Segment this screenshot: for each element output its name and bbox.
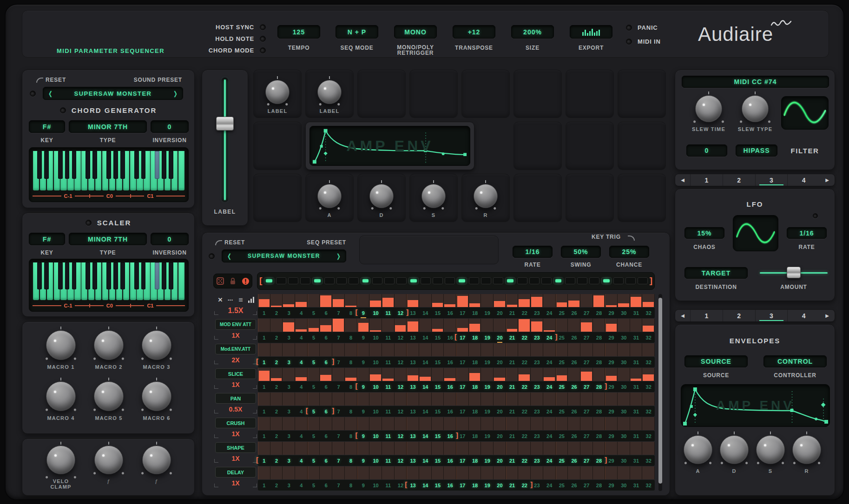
env-tab-prev-arrow[interactable]: ◀ [675,310,690,321]
step-bar-cell[interactable] [630,343,643,356]
menu-icon[interactable]: ≡ [236,296,246,304]
step-bar-cell[interactable] [642,393,655,406]
step-bar-cell[interactable] [630,466,643,479]
step-bar-cell[interactable] [618,466,630,479]
step-bar-cell[interactable] [395,466,407,479]
step-bar-cell[interactable] [332,393,345,406]
loop-end-bracket[interactable]: ] [332,406,334,414]
step-bar-cell[interactable] [295,393,308,406]
master-step-cell[interactable] [445,277,455,284]
lane-name[interactable]: SHAPE [215,442,256,453]
filter-value-display[interactable]: 0 [686,144,727,157]
step-bar-cell[interactable] [456,442,469,455]
seq-mode-display[interactable]: N + P [336,25,378,39]
env-decay-dial[interactable] [369,184,394,208]
pad-cell[interactable] [566,122,614,170]
step-bar-cell[interactable] [518,393,531,406]
master-step-cell[interactable] [324,277,335,284]
step-bar-cell[interactable] [382,294,395,307]
step-bar-cell[interactable] [605,294,618,307]
pad-cell[interactable] [253,174,302,222]
step-bar-cell[interactable] [395,343,407,356]
step-bar-cell[interactable] [494,294,506,307]
tempo-display[interactable]: 125 [277,25,320,39]
step-bar-cell[interactable] [618,393,630,406]
step-bar-cell[interactable] [506,393,519,406]
step-bar-cell[interactable] [556,294,568,307]
black-key[interactable] [92,151,97,179]
sound-preset-selector[interactable]: ❬ SUPERSAW MONSTER ❭ [43,87,183,100]
master-strip-close-bracket[interactable]: ] [650,275,652,286]
transpose-display[interactable]: +12 [453,25,495,39]
step-bar-cell[interactable] [320,319,332,332]
pad-cell[interactable] [566,174,614,222]
lane-name[interactable]: MOD ENV ATT [215,319,256,330]
step-bar-cell[interactable] [270,294,283,307]
step-bar-cell[interactable] [543,442,556,455]
black-key[interactable] [58,262,63,289]
preset-prev-chevron[interactable]: ❬ [48,90,53,97]
step-bar-cell[interactable] [407,417,419,430]
step-bar-cell[interactable] [283,343,295,356]
step-bar-cell[interactable] [258,417,270,430]
env-release-knob[interactable]: R [790,435,823,474]
step-bar-cell[interactable] [345,368,357,381]
chord-keyboard-keys[interactable] [33,151,185,190]
step-bar-cell[interactable] [369,393,382,406]
step-bar-cell[interactable] [618,294,630,307]
step-bar-cell[interactable] [283,393,295,406]
step-bar-cell[interactable] [642,466,655,479]
step-bar-cell[interactable] [556,442,568,455]
black-key[interactable] [113,151,118,179]
step-bar-cell[interactable] [543,343,556,356]
step-bar-cell[interactable] [432,417,444,430]
step-bar-cell[interactable] [642,319,655,332]
step-bar-cell[interactable] [543,319,556,332]
pad-cell[interactable] [409,70,458,118]
export-button[interactable] [570,25,612,39]
step-bar-cell[interactable] [518,417,531,430]
step-bar-cell[interactable] [369,319,382,332]
step-bar-cell[interactable] [332,319,345,332]
step-bar-cell[interactable] [345,442,357,455]
step-bar-cell[interactable] [543,393,556,406]
bar-chart-icon[interactable] [246,297,256,303]
step-bar-cell[interactable] [308,368,320,381]
step-bar-cell[interactable] [531,417,543,430]
step-bar-cell[interactable] [369,368,382,381]
step-bar-cell[interactable] [419,466,432,479]
step-bar-cell[interactable] [605,393,618,406]
step-bar-cell[interactable] [382,442,395,455]
step-bar-cell[interactable] [481,319,494,332]
step-bar-cell[interactable] [270,319,283,332]
step-bar-cell[interactable] [432,466,444,479]
step-bar-cell[interactable] [419,319,432,332]
step-bar-cell[interactable] [345,319,357,332]
assignable-knob-pad[interactable]: LABEL [253,70,302,118]
master-step-cell[interactable] [372,277,382,284]
env-tab-3[interactable]: 3 [755,310,788,321]
step-bar-cell[interactable] [444,294,456,307]
mod-slider-handle[interactable] [216,117,234,131]
env-release-pad[interactable]: R [461,174,510,222]
env-tab-4[interactable]: 4 [787,310,820,321]
seq-preset-selector[interactable]: ❬ SUPERSAW MONSTER ❭ [222,249,346,262]
scaler-keyboard-keys[interactable] [33,262,185,300]
black-key[interactable] [113,262,118,289]
step-bar-cell[interactable] [419,368,432,381]
step-bar-cell[interactable] [419,343,432,356]
step-bar-cell[interactable] [618,343,630,356]
master-step-cell[interactable] [336,277,347,284]
loop-start-bracket[interactable]: [ [355,431,358,439]
step-bar-cell[interactable] [494,319,506,332]
step-bar-cell[interactable] [618,319,630,332]
step-bar-cell[interactable] [568,368,580,381]
step-bar-cell[interactable] [369,442,382,455]
loop-end-bracket[interactable]: ] [332,357,334,365]
step-bar-cell[interactable] [506,368,519,381]
step-bar-cell[interactable] [456,343,469,356]
scaler-toggle[interactable]: SCALER [22,219,194,227]
hold-note-toggle[interactable]: HOLD NOTE [173,33,266,45]
step-bar-cell[interactable] [320,442,332,455]
step-bar-cell[interactable] [494,466,506,479]
